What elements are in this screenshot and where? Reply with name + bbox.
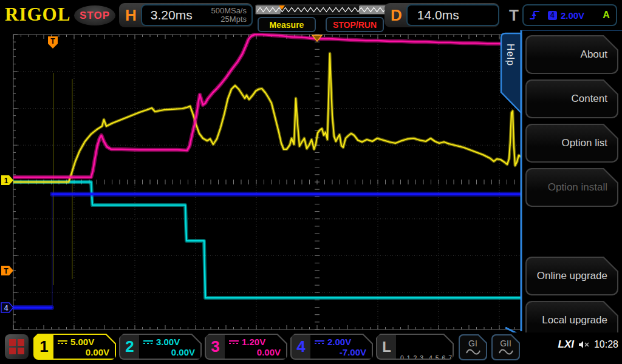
menu-item-label: Option list xyxy=(527,125,617,161)
channel-offset: 0.00V xyxy=(143,347,196,357)
trigger-position-flag[interactable]: T xyxy=(48,36,58,49)
sine-wave-icon xyxy=(498,348,514,356)
menu-item-label: Online upgrade xyxy=(527,258,617,294)
channel-offset: 0.00V xyxy=(229,347,282,357)
logic-tab-label: L xyxy=(377,335,396,359)
trigger-level-value: 2.00V xyxy=(561,10,584,21)
stop-run-button[interactable]: STOP/RUN xyxy=(326,17,384,32)
rising-edge-icon xyxy=(528,9,542,21)
timebase-value: 3.20ms xyxy=(142,8,193,22)
channel-scale: 2.00V xyxy=(327,337,351,347)
oscilloscope-screen: T1T4 RIGOL STOP H 3.20ms 500MSa/s 25Mpts… xyxy=(0,0,622,364)
menu-item-content[interactable]: Content xyxy=(525,79,618,118)
svg-text:1: 1 xyxy=(4,177,9,185)
dc-coupling-icon xyxy=(315,340,324,344)
horizontal-label: H xyxy=(119,6,141,25)
channel-3-values: 1.20V0.00V xyxy=(225,335,286,359)
channel-scale: 5.00V xyxy=(70,337,94,347)
help-menu-panel: AboutContentOption listOption installOnl… xyxy=(521,29,622,364)
channel-4-badge[interactable]: 42.00V-7.00V xyxy=(290,334,373,360)
left-marker-1[interactable]: 1 xyxy=(1,175,13,185)
channel-1-trace xyxy=(13,53,521,182)
clock: 10:28 xyxy=(594,339,618,350)
left-marker-T[interactable]: T xyxy=(1,266,13,275)
memory-waveform-strip[interactable] xyxy=(255,4,394,15)
dc-coupling-icon xyxy=(229,340,239,344)
run-state-badge: STOP xyxy=(74,5,115,25)
menu-item-label: Option install xyxy=(527,169,617,206)
channel-3-badge[interactable]: 31.20V0.00V xyxy=(205,334,287,360)
channel-1-number: 1 xyxy=(35,335,53,359)
logic-channels-badge[interactable]: L 0 1 2 3 4 5 6 7 8 9 1011 12131415 xyxy=(376,334,454,360)
channel-3-trace xyxy=(13,35,521,177)
bottom-status-bar: 15.00V0.00V23.00V0.00V31.20V0.00V42.00V-… xyxy=(0,332,622,364)
timebase-box[interactable]: 3.20ms 500MSa/s 25Mpts xyxy=(141,4,253,26)
menu-item-option-list[interactable]: Option list xyxy=(525,124,618,163)
menu-item-about[interactable]: About xyxy=(525,35,618,74)
lxi-indicator: LXI xyxy=(558,339,574,351)
channel-3-trace-fuzz xyxy=(13,35,521,177)
channel-1-badge[interactable]: 15.00V0.00V xyxy=(33,334,116,360)
channel-1-trace-fuzz xyxy=(13,53,521,182)
trigger-source-badge: 4 xyxy=(548,11,557,20)
sine-wave-icon xyxy=(465,348,481,356)
trigger-group[interactable]: T 4 2.00V A xyxy=(504,3,621,27)
channel-3-number: 3 xyxy=(206,335,225,359)
channel-scale: 3.00V xyxy=(156,337,180,347)
generator-1-button[interactable]: GI xyxy=(459,334,487,360)
channel-4-values: 2.00V-7.00V xyxy=(310,335,372,359)
help-tab-label: Help xyxy=(505,44,516,66)
rigol-logo: RIGOL xyxy=(5,4,70,25)
muted-speaker-icon[interactable] xyxy=(578,340,590,349)
menu-grid-icon xyxy=(9,339,24,354)
svg-text:4: 4 xyxy=(4,304,9,312)
channel-offset: 0.00V xyxy=(58,347,111,357)
trigger-box[interactable]: 4 2.00V A xyxy=(522,4,617,26)
trigger-label: T xyxy=(504,6,522,25)
channel-2-number: 2 xyxy=(120,335,139,359)
menu-item-option-install: Option install xyxy=(525,168,618,207)
main-menu-button[interactable] xyxy=(5,334,29,359)
channel-2-trace-fuzz xyxy=(13,182,521,298)
logic-channel-list: 0 1 2 3 4 5 6 7 8 9 1011 12131415 xyxy=(396,335,453,359)
generator-2-label: GII xyxy=(500,339,511,348)
channel-1-values: 5.00V0.00V xyxy=(53,335,115,359)
generator-2-button[interactable]: GII xyxy=(491,334,520,360)
channel-4-number: 4 xyxy=(292,335,310,359)
dc-coupling-icon xyxy=(58,340,67,344)
channel-2-trace xyxy=(13,182,521,298)
delay-group[interactable]: D 14.0ms xyxy=(384,3,499,27)
generator-1-label: GI xyxy=(468,339,477,348)
trigger-sweep-mode: A xyxy=(603,10,616,21)
channel-offset: -7.00V xyxy=(315,347,367,357)
channel-2-values: 3.00V0.00V xyxy=(139,335,200,359)
menu-item-label: About xyxy=(527,36,617,73)
svg-text:T: T xyxy=(4,267,9,275)
menu-item-label: Content xyxy=(527,81,617,117)
delay-value: 14.0ms xyxy=(408,8,459,22)
delay-box[interactable]: 14.0ms xyxy=(406,4,499,26)
measure-button[interactable]: Measure xyxy=(258,17,316,32)
channel-scale: 1.20V xyxy=(242,337,265,347)
dc-coupling-icon xyxy=(143,340,153,344)
channel-2-badge[interactable]: 23.00V0.00V xyxy=(119,334,202,360)
menu-item-online-upgrade[interactable]: Online upgrade xyxy=(525,257,618,295)
sample-rate-and-depth: 500MSa/s 25Mpts xyxy=(211,7,251,24)
horizontal-group[interactable]: H 3.20ms 500MSa/s 25Mpts xyxy=(119,3,253,27)
top-status-bar: RIGOL STOP H 3.20ms 500MSa/s 25Mpts Meas… xyxy=(0,0,622,30)
delay-label: D xyxy=(384,6,406,25)
svg-text:T: T xyxy=(50,37,55,46)
left-marker-4[interactable]: 4 xyxy=(1,303,13,312)
